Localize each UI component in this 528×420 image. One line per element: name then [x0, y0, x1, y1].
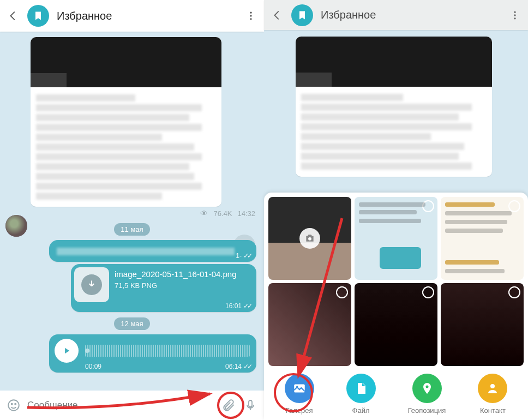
- play-button[interactable]: [55, 339, 79, 363]
- forwarded-message: [296, 37, 492, 177]
- select-circle[interactable]: [508, 286, 520, 298]
- gallery-icon: [285, 374, 314, 403]
- emoji-icon[interactable]: [5, 397, 22, 413]
- msg-time: 1-: [236, 252, 242, 260]
- action-label: Геопозиция: [408, 406, 446, 415]
- message-text: [296, 87, 492, 177]
- views-count: 76.4K: [213, 209, 232, 218]
- back-icon[interactable]: [271, 9, 284, 22]
- read-ticks-icon: [243, 363, 251, 370]
- svg-point-12: [296, 386, 298, 387]
- gallery-tile[interactable]: [441, 197, 524, 280]
- action-location[interactable]: Геопозиция: [408, 374, 446, 415]
- chat-body[interactable]: 👁 76.4K 14:32 11 мая 1- image_2020-05-11…: [0, 32, 264, 391]
- camera-icon: [299, 228, 320, 249]
- gallery-grid: [268, 197, 524, 366]
- action-contact[interactable]: Контакт: [478, 374, 507, 415]
- action-gallery[interactable]: Галерея: [285, 374, 314, 415]
- svg-point-13: [425, 386, 428, 388]
- svg-point-0: [250, 12, 251, 14]
- mic-icon[interactable]: [242, 397, 259, 413]
- file-size: 71,5 KB PNG: [115, 281, 237, 290]
- gallery-tile[interactable]: [441, 283, 524, 366]
- file-message[interactable]: image_2020-05-11_16-01-04.png 71,5 KB PN…: [71, 264, 256, 312]
- sender-avatar[interactable]: [5, 215, 27, 237]
- gallery-tile[interactable]: [268, 283, 351, 366]
- saved-avatar[interactable]: [27, 5, 49, 27]
- svg-point-14: [490, 384, 495, 388]
- svg-point-1: [250, 15, 251, 16]
- action-label: Контакт: [480, 406, 506, 415]
- action-label: Галерея: [286, 406, 313, 415]
- action-file[interactable]: Файл: [346, 374, 376, 415]
- message-time: 14:32: [237, 209, 255, 218]
- file-thumbnail[interactable]: [74, 267, 109, 302]
- more-icon[interactable]: [244, 9, 257, 22]
- attachment-sheet: Галерея Файл Геопозиция Контакт: [264, 193, 528, 420]
- contact-icon: [478, 374, 507, 403]
- svg-point-10: [308, 237, 311, 241]
- forwarded-message[interactable]: [31, 37, 221, 207]
- select-circle[interactable]: [422, 286, 434, 298]
- message-image[interactable]: [31, 37, 221, 87]
- read-ticks-icon: [243, 252, 251, 260]
- select-circle[interactable]: [508, 200, 520, 212]
- gallery-tile[interactable]: [355, 197, 437, 280]
- svg-point-9: [514, 17, 515, 19]
- svg-point-5: [15, 404, 16, 405]
- message-meta: 👁 76.4K 14:32: [0, 209, 255, 218]
- more-icon[interactable]: [508, 9, 521, 22]
- attachment-actions: Галерея Файл Геопозиция Контакт: [268, 366, 524, 420]
- attach-icon[interactable]: [220, 397, 237, 413]
- views-icon: 👁: [200, 209, 208, 218]
- read-ticks-icon: [243, 302, 251, 310]
- download-icon[interactable]: [81, 274, 102, 295]
- message-text: [31, 87, 221, 207]
- message-image: [296, 37, 492, 87]
- chat-title[interactable]: Избранное: [57, 10, 237, 22]
- voice-time: 06:14: [225, 363, 242, 370]
- action-label: Файл: [352, 406, 370, 415]
- back-icon[interactable]: [7, 9, 20, 22]
- chat-header: Избранное: [264, 0, 528, 30]
- date-separator: 12 мая: [114, 317, 149, 330]
- svg-point-2: [250, 18, 251, 20]
- file-icon: [346, 374, 376, 403]
- voice-message[interactable]: 00:09 06:14: [49, 334, 256, 373]
- location-icon: [412, 374, 442, 403]
- chat-body-dimmed: [264, 30, 528, 193]
- waveform[interactable]: [85, 345, 250, 357]
- select-circle[interactable]: [336, 286, 348, 298]
- svg-point-8: [514, 14, 515, 16]
- message-input[interactable]: [27, 400, 215, 411]
- saved-avatar[interactable]: [291, 4, 313, 26]
- svg-point-3: [8, 400, 19, 411]
- voice-position: 00:09: [85, 363, 101, 370]
- svg-rect-6: [249, 400, 252, 407]
- chat-header: Избранное: [0, 0, 264, 32]
- file-name: image_2020-05-11_16-01-04.png: [115, 269, 237, 279]
- input-bar: [0, 391, 264, 420]
- svg-point-7: [514, 11, 515, 13]
- gallery-tile[interactable]: [355, 283, 437, 366]
- camera-tile[interactable]: [268, 197, 351, 280]
- date-separator: 11 мая: [114, 223, 149, 236]
- file-time: 16:01: [225, 302, 242, 310]
- chat-title[interactable]: Избранное: [321, 9, 501, 21]
- outgoing-message[interactable]: 1-: [49, 240, 256, 262]
- svg-point-4: [11, 404, 13, 405]
